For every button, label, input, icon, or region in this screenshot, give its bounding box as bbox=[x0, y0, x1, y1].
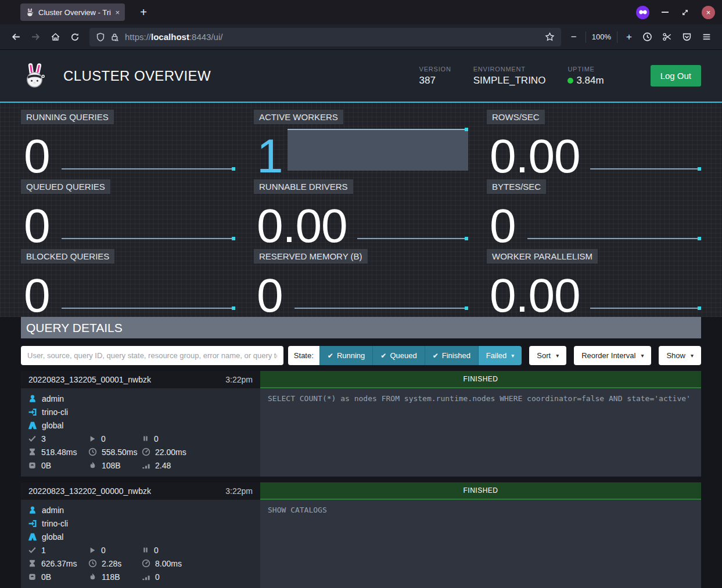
query-resource-group: global bbox=[42, 532, 63, 542]
tab-title: Cluster Overview - Trino bbox=[38, 8, 111, 17]
forward-button[interactable] bbox=[26, 28, 45, 46]
sparkline bbox=[294, 308, 468, 309]
queued-splits-pause-icon bbox=[142, 435, 149, 442]
stat-label: BYTES/SEC bbox=[487, 179, 546, 194]
browser-tab[interactable]: Cluster Overview - Trino × bbox=[20, 3, 125, 21]
show-dropdown[interactable]: Show ▾ bbox=[659, 346, 701, 365]
check-icon: ✔ bbox=[328, 352, 333, 360]
minimize-button[interactable] bbox=[662, 12, 669, 13]
query-status-badge: FINISHED bbox=[260, 371, 701, 388]
completed-splits: 3 bbox=[41, 434, 46, 443]
current-memory: 0B bbox=[41, 461, 51, 470]
scheduled-time-clock-icon bbox=[88, 448, 97, 456]
cluster-stats-section: RUNNING QUERIES 0 ACTIVE WORKERS 1 ROWS/… bbox=[0, 103, 722, 317]
logout-button[interactable]: Log Out bbox=[651, 65, 701, 86]
private-browsing-mask-icon bbox=[636, 6, 649, 19]
reload-button[interactable] bbox=[65, 28, 85, 46]
stat-card-blocked-queries: BLOCKED QUERIES 0 bbox=[21, 249, 235, 313]
pocket-icon[interactable] bbox=[677, 28, 696, 46]
home-button[interactable] bbox=[45, 28, 65, 46]
back-button[interactable] bbox=[6, 28, 26, 46]
trino-favicon bbox=[26, 8, 34, 17]
stat-value: 0 bbox=[24, 202, 50, 250]
url-text: https://localhost:8443/ui/ bbox=[125, 32, 222, 42]
zoom-level[interactable]: 100% bbox=[590, 33, 613, 41]
sparkline bbox=[62, 308, 235, 309]
version-label: VERSION bbox=[419, 66, 451, 73]
search-input[interactable] bbox=[21, 346, 283, 365]
stat-card-runnable-drivers: RUNNABLE DRIVERS 0.00 bbox=[254, 179, 468, 243]
stat-card-bytes-sec: BYTES/SEC 0 bbox=[487, 179, 701, 243]
screenshot-scissors-icon[interactable] bbox=[657, 28, 677, 46]
tab-close-icon[interactable]: × bbox=[115, 9, 120, 16]
filter-failed-dropdown[interactable]: Failed ▾ bbox=[478, 346, 522, 365]
query-time: 3:22pm bbox=[225, 375, 253, 384]
browser-toolbar: https://localhost:8443/ui/ − 100% + bbox=[0, 24, 722, 50]
query-user: admin bbox=[42, 394, 64, 403]
query-id-link[interactable]: 20220823_132202_00000_nwbzk bbox=[28, 486, 151, 496]
separator bbox=[617, 31, 617, 43]
wall-time: 518.48ms bbox=[41, 448, 77, 457]
running-splits-play-icon bbox=[88, 435, 96, 443]
peak-memory: 108B bbox=[102, 461, 121, 470]
wall-time: 626.37ms bbox=[41, 559, 77, 568]
sparkline bbox=[62, 238, 235, 239]
peak-memory-fire-icon bbox=[88, 461, 97, 470]
stat-card-running-queries: RUNNING QUERIES 0 bbox=[21, 110, 235, 174]
bookmark-star-icon[interactable] bbox=[545, 32, 555, 42]
separator bbox=[585, 31, 586, 43]
stat-value: 0 bbox=[257, 272, 283, 319]
query-row: 20220823_132202_00000_nwbzk 3:22pm FINIS… bbox=[21, 482, 701, 588]
uptime-status-dot bbox=[567, 78, 573, 84]
query-time: 3:22pm bbox=[225, 486, 253, 496]
trino-logo bbox=[21, 62, 48, 89]
stat-value: 0.00 bbox=[490, 272, 580, 319]
query-resource-group: global bbox=[42, 421, 63, 430]
filter-running-button[interactable]: ✔ Running bbox=[319, 346, 373, 365]
stat-label: ACTIVE WORKERS bbox=[254, 110, 343, 124]
stat-card-worker-parallelism: WORKER PARALLELISM 0.00 bbox=[487, 249, 701, 313]
query-filter-toolbar: State: ✔ Running ✔ Queued ✔ Finished Fai… bbox=[21, 346, 701, 365]
completed-splits: 1 bbox=[41, 546, 46, 555]
running-splits-play-icon bbox=[88, 546, 96, 554]
sparkline bbox=[357, 238, 468, 239]
stat-value: 0.00 bbox=[490, 132, 580, 180]
cumulative-memory: 2.48 bbox=[155, 461, 171, 470]
query-id-link[interactable]: 20220823_132205_00001_nwbzk bbox=[28, 375, 151, 384]
filter-finished-button[interactable]: ✔ Finished bbox=[425, 346, 478, 365]
cpu-time-gauge-icon bbox=[142, 559, 150, 568]
uptime-value: 3.84m bbox=[576, 75, 604, 86]
zoom-in-button[interactable]: + bbox=[621, 31, 637, 43]
sparkline bbox=[590, 168, 701, 169]
tracking-shield-icon[interactable] bbox=[96, 33, 105, 42]
resource-group-road-icon bbox=[28, 421, 37, 430]
check-icon: ✔ bbox=[380, 352, 386, 360]
menu-hamburger-icon[interactable] bbox=[696, 28, 716, 46]
source-sign-in-icon bbox=[28, 407, 37, 417]
caret-down-icon: ▾ bbox=[556, 352, 559, 359]
sparkline bbox=[527, 238, 701, 239]
new-tab-button[interactable]: + bbox=[135, 6, 152, 19]
version-block: VERSION 387 bbox=[419, 66, 451, 86]
stat-label: BLOCKED QUERIES bbox=[21, 249, 114, 264]
zoom-out-button[interactable]: − bbox=[566, 31, 582, 43]
stat-value: 0 bbox=[24, 272, 50, 319]
caret-down-icon: ▾ bbox=[641, 352, 644, 359]
history-clock-icon[interactable] bbox=[637, 28, 657, 46]
browser-window: Cluster Overview - Trino × + × https://l… bbox=[0, 0, 722, 588]
stat-label: RESERVED MEMORY (B) bbox=[254, 249, 368, 264]
lock-warning-icon[interactable] bbox=[110, 33, 120, 42]
query-source: trino-cli bbox=[42, 407, 68, 417]
filter-queued-button[interactable]: ✔ Queued bbox=[372, 346, 424, 365]
page-title: CLUSTER OVERVIEW bbox=[63, 68, 211, 84]
restore-window-button[interactable] bbox=[681, 8, 689, 17]
stat-card-queued-queries: QUEUED QUERIES 0 bbox=[21, 179, 235, 243]
peak-memory: 118B bbox=[102, 572, 120, 582]
reorder-interval-dropdown[interactable]: Reorder Interval ▾ bbox=[574, 346, 651, 365]
stat-label: WORKER PARALLELISM bbox=[487, 249, 598, 264]
sort-dropdown[interactable]: Sort ▾ bbox=[529, 346, 566, 365]
close-window-button[interactable]: × bbox=[702, 6, 715, 19]
url-bar[interactable]: https://localhost:8443/ui/ bbox=[89, 28, 561, 46]
scheduled-time: 2.28s bbox=[102, 559, 121, 568]
query-sql-text: SELECT COUNT(*) as nodes FROM system.run… bbox=[260, 388, 701, 477]
